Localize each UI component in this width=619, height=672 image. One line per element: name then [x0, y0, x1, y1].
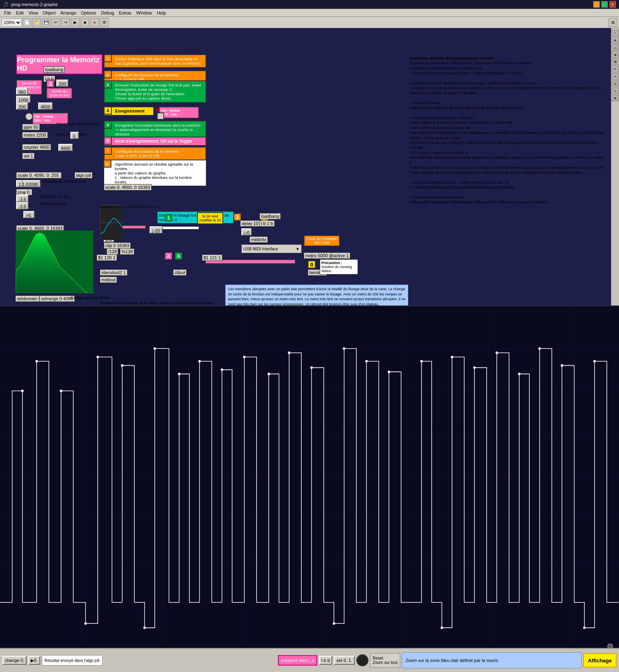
num20-display[interactable]: ▷20: [150, 226, 162, 234]
toolbar-new[interactable]: 📄: [23, 18, 31, 27]
lbb2-obj: l b 1 b: [259, 220, 275, 227]
num-200-anim[interactable]: 200: [56, 80, 68, 87]
toolbar-play[interactable]: ▶: [71, 18, 80, 27]
svg-point-29: [21, 389, 24, 392]
num-200-metro[interactable]: 200: [16, 102, 28, 110]
svg-point-32: [84, 622, 87, 625]
num-neg36b[interactable]: -3.6: [16, 202, 29, 209]
resultat-label: Resultat envoyé dans l'algo joli: [42, 655, 103, 666]
prepend-zoom-btn[interactable]: prepend zoom_x: [278, 655, 317, 666]
num-4800[interactable]: 4800: [38, 102, 53, 110]
sidebar-icon-2[interactable]: ⊕: [612, 37, 619, 43]
toolbar-undo[interactable]: ↩: [51, 18, 60, 27]
num-0c[interactable]: >0.: [23, 211, 35, 218]
counter-val-display[interactable]: 4800: [58, 144, 73, 151]
svg-point-39: [221, 369, 223, 371]
close-button[interactable]: ✕: [609, 1, 616, 8]
circle-btn-footer[interactable]: [356, 654, 368, 666]
sidebar-icon-4[interactable]: ◈: [612, 51, 619, 58]
zoom-sur-tout-text: Zoom sur tout: [373, 660, 398, 665]
step6-num: 6: [104, 137, 112, 145]
zoom-select[interactable]: 100% 75% 150%: [2, 18, 22, 27]
delay10-obj: delay 10: [240, 220, 260, 227]
step7-num: 7: [104, 147, 112, 155]
svg-point-48: [420, 360, 423, 363]
sidebar-icon-6[interactable]: ✎: [612, 66, 619, 72]
maximize-button[interactable]: □: [601, 1, 608, 8]
toolbar-open[interactable]: 📂: [32, 18, 41, 27]
svg-point-49: [441, 627, 443, 629]
num-10285[interactable]: 1 1.02085: [16, 180, 41, 187]
menu-window[interactable]: Window: [134, 10, 154, 16]
scale1-obj: scale 0. 4095. 0. 255.: [16, 172, 62, 178]
sidebar-icon-5[interactable]: ⌘: [612, 59, 619, 65]
sidebar-icon-8[interactable]: ◎: [612, 80, 619, 87]
toolbar-save[interactable]: 💾: [42, 18, 51, 27]
multislider-obj[interactable]: [100, 205, 122, 239]
menu-help[interactable]: Help: [154, 10, 169, 16]
loadbang-obj: loadbang: [43, 66, 65, 73]
patch-area: ↕ ⊕ △ ◈ ⌘ ✎ ≡ ◎ ∿ ⊞ Programmer la Memori…: [0, 28, 619, 305]
affichage-btn[interactable]: Affichage: [583, 653, 617, 668]
sidebar-icon-10[interactable]: ⊞: [612, 95, 619, 101]
sidebar-icon-3[interactable]: △: [612, 44, 619, 51]
sidebar-icon-9[interactable]: ∿: [612, 88, 619, 94]
step2-num: 2: [104, 70, 112, 78]
info-panel-inner: Procédure détaillée de programmation en …: [408, 54, 609, 206]
s120-obj: $1 120 1: [97, 254, 117, 261]
num-960[interactable]: 960: [16, 88, 28, 95]
exploitation-label: Exploitation du lissage de la carte, mei…: [100, 301, 222, 305]
precaution-box: Précaution :Gestion du running status.: [320, 259, 358, 275]
menu-extras[interactable]: Extras: [117, 10, 134, 16]
svg-point-50: [451, 356, 453, 358]
midiinfo-obj: midiinfo: [249, 236, 268, 243]
minimize-button[interactable]: _: [593, 1, 600, 8]
toolbar-record[interactable]: ●: [90, 18, 99, 27]
s121-obj: $1 121 1: [202, 254, 222, 261]
num-neg36a[interactable]: -3.6: [16, 195, 29, 202]
num0-delay[interactable]: ▷0: [241, 228, 252, 236]
step1-box: 1 Choisir l'interface Midi dans la liste…: [104, 54, 206, 68]
midiout-obj: midiout: [100, 277, 117, 283]
sel1-obj: sel 1: [22, 153, 35, 159]
duree-grain-box: Duree du grain en ms: [46, 88, 72, 99]
svg-point-46: [365, 360, 368, 363]
svg-point-36: [154, 347, 156, 350]
step7-box: 7 Configurer les boutons de la memoriz :…: [104, 147, 206, 160]
menu-edit[interactable]: Edit: [14, 10, 26, 16]
toolbar-stop[interactable]: ■: [80, 18, 89, 27]
num-footer[interactable]: ▶0.: [28, 656, 40, 665]
svg-rect-14: [0, 306, 619, 653]
multislider-svg: [101, 206, 123, 240]
sidebar-icon-7[interactable]: ≡: [612, 73, 619, 80]
waveform-svg: [16, 231, 94, 293]
menu-object[interactable]: Object: [40, 10, 58, 16]
algo-num: 0.: [103, 160, 111, 168]
svg-point-44: [333, 622, 335, 625]
algo-joli-obj: algo joli: [74, 172, 93, 178]
num-1000[interactable]: 1000: [16, 96, 31, 103]
algo-note-box: 0. Algorithme donnant un résultat agréab…: [104, 160, 206, 186]
menu-file[interactable]: File: [2, 10, 14, 16]
toolbar-settings[interactable]: ⚙: [100, 18, 109, 27]
toolbar-grid[interactable]: ⊞: [609, 18, 617, 27]
config-dessin-label: Configuration du dessin: [70, 295, 111, 300]
toolbar: 100% 75% 150% 📄 📂 💾 ↩ ↪ ▶ ■ ● ⚙ ⊞: [0, 17, 619, 28]
bang-obj-1[interactable]: [25, 113, 33, 121]
app-icon: 🎵: [3, 2, 9, 7]
menu-arrange[interactable]: Arrange: [58, 10, 78, 16]
sidebar-icon-1[interactable]: ↕: [612, 30, 619, 36]
menu-options[interactable]: Options: [78, 10, 99, 16]
metro2200-obj: metro 2200: [22, 132, 48, 138]
menu-debug[interactable]: Debug: [99, 10, 116, 16]
menu-view[interactable]: View: [26, 10, 41, 16]
metro5000-obj: metro 5000 @active 1: [304, 252, 350, 259]
toolbar-redo[interactable]: ↪: [61, 18, 70, 27]
svg-point-35: [143, 627, 146, 629]
usb-midi-dropdown[interactable]: USB MIDI Interface ▼: [241, 244, 302, 253]
graph-area: [0, 305, 619, 653]
svg-point-38: [198, 360, 201, 363]
num-0-lect[interactable]: 0.: [70, 132, 79, 139]
svg-point-56: [583, 627, 586, 629]
toggle-obj-1[interactable]: [157, 113, 164, 120]
